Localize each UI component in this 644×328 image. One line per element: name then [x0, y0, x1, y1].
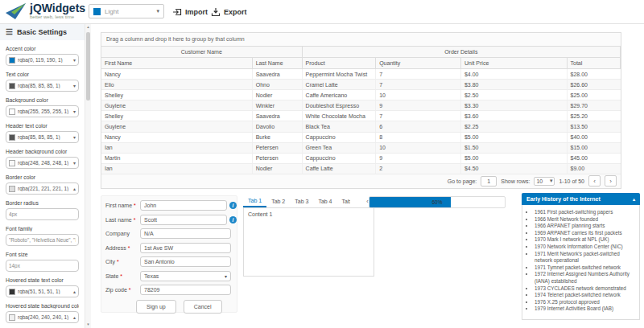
sidebar-header[interactable]: ☰ Basic Settings: [0, 24, 85, 40]
color-dropdown[interactable]: rgba(255, 255, 255, 1)▾: [6, 105, 79, 117]
grid-cell[interactable]: $2.25: [461, 121, 568, 132]
column-header[interactable]: Product: [303, 58, 377, 69]
column-header[interactable]: Quantity: [376, 58, 461, 69]
page-number-input[interactable]: 1: [481, 176, 497, 187]
first-name-field[interactable]: John: [140, 200, 227, 211]
grid-cell[interactable]: Nodier: [253, 90, 303, 100]
column-group-header[interactable]: Order Details: [303, 47, 621, 58]
grid-cell[interactable]: 7: [376, 69, 461, 80]
scroll-down-icon[interactable]: ▼: [85, 322, 91, 328]
grid-cell[interactable]: Guylene: [101, 100, 253, 111]
grid-cell[interactable]: 9: [376, 154, 461, 164]
grid-cell[interactable]: $25.20: [568, 111, 621, 121]
grid-cell[interactable]: Doubleshot Espresso: [303, 100, 377, 111]
scroll-up-icon[interactable]: ▲: [85, 24, 91, 31]
grid-cell[interactable]: 10: [376, 90, 461, 100]
grid-cell[interactable]: $15.00: [568, 143, 621, 154]
grid-cell[interactable]: Cappuccino: [303, 133, 377, 143]
grid-cell[interactable]: $5.00: [461, 133, 568, 143]
grid-cell[interactable]: $5.00: [461, 154, 568, 164]
grid-cell[interactable]: Green Tea: [303, 143, 377, 154]
rows-per-page-select[interactable]: 10 ▾: [534, 177, 555, 186]
column-header[interactable]: Total: [568, 58, 621, 69]
grid-cell[interactable]: Caffe Americano: [303, 90, 377, 100]
grid-cell[interactable]: Ian: [101, 164, 253, 174]
tab-tab-4[interactable]: Tab 4: [313, 195, 336, 207]
grid-cell[interactable]: Shelley: [101, 111, 253, 121]
grid-cell[interactable]: Cramel Latte: [303, 80, 377, 90]
grid-cell[interactable]: 6: [376, 121, 461, 132]
last-name-field[interactable]: Scott: [140, 215, 227, 225]
grid-cell[interactable]: Saavedra: [253, 69, 303, 80]
import-button[interactable]: Import: [172, 6, 208, 18]
text-input[interactable]: "Roboto", "Helvetica Neue", "H: [6, 234, 79, 246]
grid-cell[interactable]: $26.60: [568, 80, 621, 90]
tab-tab-2[interactable]: Tab 2: [266, 195, 290, 207]
grid-cell[interactable]: $45.00: [568, 154, 621, 164]
grid-cell[interactable]: Elio: [101, 80, 253, 90]
grid-cell[interactable]: Black Tea: [303, 121, 377, 132]
tab-tab-3[interactable]: Tab 3: [290, 195, 313, 207]
tab-tab-5[interactable]: Tab 5: [337, 195, 350, 207]
zip-code-field[interactable]: 78209: [140, 285, 231, 295]
grid-cell[interactable]: White Chocolate Mocha: [303, 111, 377, 121]
grid-cell[interactable]: $4.50: [461, 164, 568, 174]
grid-cell[interactable]: Nancy: [101, 69, 253, 80]
prev-page-button[interactable]: ‹: [588, 175, 601, 187]
city-field[interactable]: San Antonio: [140, 256, 231, 267]
cancel-button[interactable]: Cancel: [184, 300, 222, 314]
jqwidgets-logo[interactable]: jQWidgets better web, less time: [5, 2, 85, 20]
grid-cell[interactable]: Burke: [253, 133, 303, 143]
color-dropdown[interactable]: rgba(51, 51, 51, 1)▴: [6, 285, 79, 297]
export-button[interactable]: Export: [211, 6, 247, 18]
grid-cell[interactable]: $40.00: [568, 133, 621, 143]
grid-cell[interactable]: $3.30: [461, 100, 568, 111]
grid-cell[interactable]: Martin: [101, 154, 253, 164]
state-select[interactable]: Texas▾: [140, 271, 231, 281]
grid-cell[interactable]: Peppermint Mocha Twist: [303, 69, 377, 80]
grid-cell[interactable]: Cappuccino: [303, 154, 377, 164]
column-header[interactable]: First Name: [101, 58, 253, 69]
color-dropdown[interactable]: rgba(221, 221, 221, 1)▴: [6, 182, 79, 195]
grid-cell[interactable]: $4.00: [461, 69, 568, 80]
scrollbar-thumb[interactable]: [86, 32, 90, 100]
grid-cell[interactable]: $2.50: [461, 90, 568, 100]
theme-select[interactable]: Light ▾: [89, 4, 164, 18]
grid-cell[interactable]: Shelley: [101, 90, 253, 100]
color-dropdown[interactable]: rgba(248, 248, 248, 1)▾: [6, 157, 79, 169]
column-header[interactable]: Unit Price: [461, 58, 568, 69]
grid-cell[interactable]: 9: [376, 100, 461, 111]
grid-cell[interactable]: 8: [376, 133, 461, 143]
color-dropdown[interactable]: rgba(85, 85, 85, 1)▾: [6, 80, 79, 92]
grid-cell[interactable]: Ohno: [253, 80, 303, 90]
expander-header[interactable]: Early History of the Internet ▴: [522, 193, 640, 205]
text-input[interactable]: 14px: [6, 260, 79, 272]
grid-cell[interactable]: Saavedra: [253, 111, 303, 121]
grid-cell[interactable]: Petersen: [253, 143, 303, 154]
grid-cell[interactable]: Nancy: [101, 133, 253, 143]
grid-cell[interactable]: 10: [376, 143, 461, 154]
tab-tab-1[interactable]: Tab 1: [243, 195, 266, 207]
grid-cell[interactable]: $13.50: [568, 121, 621, 132]
grid-cell[interactable]: Caffe Latte: [303, 164, 377, 174]
address-field[interactable]: 1st Ave SW: [140, 243, 231, 253]
company-field[interactable]: N/A: [140, 228, 231, 239]
grid-cell[interactable]: Winkler: [253, 100, 303, 111]
grid-cell[interactable]: 7: [376, 80, 461, 90]
color-dropdown[interactable]: rgba(85, 85, 85, 1)▾: [6, 131, 79, 143]
grid-cell[interactable]: Petersen: [253, 154, 303, 164]
grid-cell[interactable]: Nodier: [253, 164, 303, 174]
grid-cell[interactable]: $1.50: [461, 143, 568, 154]
sign-up-button[interactable]: Sign up: [136, 300, 176, 314]
next-page-button[interactable]: ›: [605, 175, 617, 187]
grid-cell[interactable]: $25.00: [568, 90, 621, 100]
grid-cell[interactable]: Ian: [101, 143, 253, 154]
grid-cell[interactable]: Guylene: [101, 121, 253, 132]
grid-cell[interactable]: $28.00: [568, 69, 621, 80]
color-dropdown[interactable]: rgba(0, 119, 190, 1)▾: [6, 54, 79, 66]
sidebar-scrollbar[interactable]: ▲ ▼: [85, 24, 91, 328]
grid-cell[interactable]: 7: [376, 111, 461, 121]
grid-cell[interactable]: $3.60: [461, 111, 568, 121]
grid-cell[interactable]: $29.70: [568, 100, 621, 111]
grid-cell[interactable]: $3.80: [461, 80, 568, 90]
